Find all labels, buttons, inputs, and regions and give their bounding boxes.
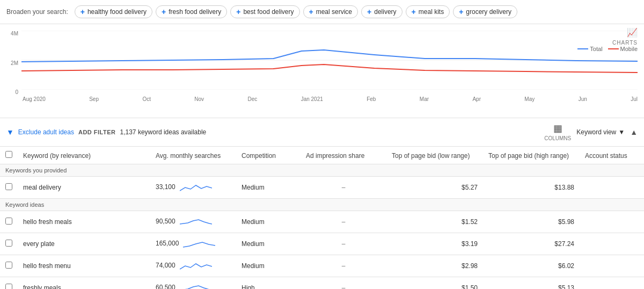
row-keyword: meal delivery (18, 177, 150, 199)
broaden-bar: Broaden your search: +healthy food deliv… (0, 0, 644, 24)
x-axis-label: Feb (367, 96, 376, 102)
row-bid-high: $6.02 (483, 255, 580, 277)
y-label-0: 0 (15, 89, 18, 95)
columns-icon: ▦ (544, 122, 571, 134)
header-impression[interactable]: Ad impression share (301, 147, 386, 164)
select-all-checkbox[interactable] (5, 151, 12, 158)
row-competition: High (236, 277, 301, 290)
row-competition: Medium (236, 211, 301, 233)
header-bid-low[interactable]: Top of page bid (low range) (386, 147, 483, 164)
row-account-status (580, 255, 644, 277)
broaden-label: Broaden your search: (6, 8, 68, 16)
row-account-status (580, 211, 644, 233)
table-header: Keyword (by relevance) Avg. monthly sear… (0, 147, 644, 164)
header-competition-label: Competition (241, 152, 276, 160)
section-header-row: Keywords you provided (0, 164, 644, 177)
plus-icon: + (367, 8, 371, 16)
columns-control[interactable]: ▦ COLUMNS (544, 122, 571, 142)
x-axis-label: Jul (631, 96, 638, 102)
row-checkbox-cell (0, 255, 18, 277)
header-account[interactable]: Account status (580, 147, 644, 164)
collapse-button[interactable]: ▲ (630, 128, 638, 136)
plus-icon: + (459, 8, 463, 16)
row-checkbox[interactable] (5, 284, 12, 289)
broaden-tag[interactable]: +grocery delivery (453, 5, 517, 18)
header-bid-low-label: Top of page bid (low range) (392, 152, 470, 160)
mini-sparkline (180, 181, 212, 194)
y-label-2m: 2M (11, 60, 18, 66)
broaden-tags: +healthy food delivery+fresh food delive… (75, 5, 517, 18)
broaden-tag[interactable]: +healthy food delivery (75, 5, 152, 18)
row-competition: Medium (236, 255, 301, 277)
plus-icon: + (162, 8, 166, 16)
filter-right: ▦ COLUMNS Keyword view ▼ ▲ (544, 122, 638, 142)
row-checkbox[interactable] (5, 218, 12, 225)
add-filter-button[interactable]: ADD FILTER (78, 129, 116, 135)
header-account-label: Account status (585, 152, 627, 160)
row-competition: Medium (236, 177, 301, 199)
monthly-value: 74,000 (156, 262, 175, 269)
row-keyword: hello fresh menu (18, 255, 150, 277)
row-ad-impression: – (301, 211, 386, 233)
table-row: meal delivery33,100Medium–$5.27$13.88 (0, 177, 644, 199)
row-checkbox-cell (0, 211, 18, 233)
row-bid-high: $13.88 (483, 177, 580, 199)
x-axis: Aug 2020SepOctNovDecJan 2021FebMarAprMay… (6, 95, 638, 104)
table-row: hello fresh meals90,500Medium–$1.52$5.98 (0, 211, 644, 233)
columns-label: COLUMNS (544, 135, 571, 141)
row-bid-high: $27.24 (483, 233, 580, 255)
x-axis-label: Sep (89, 96, 99, 102)
row-bid-low: $1.52 (386, 211, 483, 233)
exclude-adult-link[interactable]: Exclude adult ideas (18, 128, 74, 136)
row-bid-low: $2.98 (386, 255, 483, 277)
row-bid-low: $5.27 (386, 177, 483, 199)
section-title: Keywords you provided (0, 164, 644, 177)
row-monthly: 33,100 (150, 177, 236, 199)
monthly-value: 33,100 (156, 183, 175, 191)
broaden-tag[interactable]: +best food delivery (230, 5, 299, 18)
header-keyword[interactable]: Keyword (by relevance) (18, 147, 150, 164)
keyword-table: Keyword (by relevance) Avg. monthly sear… (0, 147, 644, 289)
row-account-status (580, 277, 644, 290)
header-competition[interactable]: Competition (236, 147, 301, 164)
row-checkbox-cell (0, 233, 18, 255)
row-keyword: every plate (18, 233, 150, 255)
row-ad-impression: – (301, 255, 386, 277)
header-monthly[interactable]: Avg. monthly searches (150, 147, 236, 164)
plus-icon: + (309, 8, 313, 16)
row-checkbox[interactable] (5, 240, 12, 247)
broaden-tag[interactable]: +fresh food delivery (156, 5, 227, 18)
y-label-4m: 4M (11, 31, 18, 37)
x-axis-label: May (524, 96, 535, 102)
x-axis-label: Aug 2020 (23, 96, 46, 102)
section-header-row: Keyword ideas (0, 199, 644, 211)
keyword-count: 1,137 keyword ideas available (120, 128, 207, 136)
row-competition: Medium (236, 233, 301, 255)
row-keyword: freshly meals (18, 277, 150, 290)
broaden-tag[interactable]: +meal service (303, 5, 358, 18)
row-ad-impression: – (301, 233, 386, 255)
broaden-tag[interactable]: +meal kits (406, 5, 450, 18)
x-axis-label: Dec (247, 96, 257, 102)
row-checkbox[interactable] (5, 262, 12, 269)
broaden-tag[interactable]: +delivery (361, 5, 402, 18)
header-bid-high[interactable]: Top of page bid (high range) (483, 147, 580, 164)
monthly-value: 60,500 (156, 284, 175, 289)
row-account-status (580, 177, 644, 199)
x-axis-label: Jan 2021 (301, 96, 323, 102)
mini-sparkline (180, 259, 212, 272)
header-checkbox-cell (0, 147, 18, 164)
row-checkbox-cell (0, 177, 18, 199)
filter-icon[interactable]: ▼ (6, 128, 14, 136)
x-axis-label: Mar (420, 96, 429, 102)
row-keyword: hello fresh meals (18, 211, 150, 233)
chart-content: 4M 2M 0 (6, 31, 638, 95)
row-bid-low: $3.19 (386, 233, 483, 255)
plus-icon: + (412, 8, 416, 16)
x-axis-label: Apr (472, 96, 481, 102)
chart-area: 📈 CHARTS Total Mobile 4M 2M 0 (0, 24, 644, 118)
table-row: hello fresh menu74,000Medium–$2.98$6.02 (0, 255, 644, 277)
keyword-view-button[interactable]: Keyword view ▼ (576, 128, 625, 136)
row-checkbox[interactable] (5, 183, 12, 190)
header-bid-high-label: Top of page bid (high range) (488, 152, 569, 160)
